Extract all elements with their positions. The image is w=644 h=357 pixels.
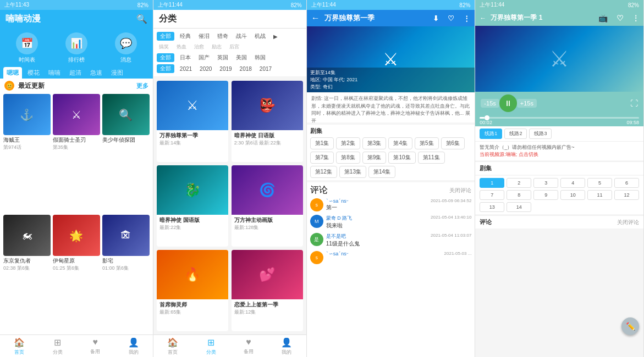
filter-2020[interactable]: 2020 (197, 65, 214, 72)
filter-japan[interactable]: 日本 (178, 53, 193, 62)
list-item[interactable]: 🔍 美少年侦探团 (102, 94, 150, 213)
ep-btn-p4-14[interactable]: 14 (507, 202, 531, 212)
ep-btn-p4-7[interactable]: 7 (480, 190, 504, 200)
ep-btn-p4-6[interactable]: 6 (614, 178, 639, 188)
forward-btn[interactable]: +15s (517, 99, 537, 108)
back-icon-p3[interactable]: ← (311, 13, 320, 23)
tab-yinghua[interactable]: 樱花 (24, 67, 43, 79)
episode-btn-7[interactable]: 第7集 (310, 152, 334, 164)
episode-btn-2[interactable]: 第2集 (336, 137, 360, 149)
source-tab-2[interactable]: 线路2 (504, 129, 527, 139)
fav-icon-p4[interactable]: ♡ (617, 14, 624, 23)
ep-btn-p4-3[interactable]: 3 (533, 178, 558, 188)
episode-btn-11[interactable]: 第11集 (418, 152, 445, 164)
back-icon-p4[interactable]: ← (480, 14, 486, 22)
close-comments-p4[interactable]: 关闭评论 (617, 219, 639, 226)
filter-mecha[interactable]: 机战 (252, 32, 268, 41)
ep-btn-p4-1[interactable]: 1 (480, 178, 504, 188)
nav-home-p2[interactable]: 🏠 首页 (167, 337, 178, 356)
list-item[interactable]: 🔥 首席御灵师 最新:65集 (157, 250, 228, 331)
message-icon-item[interactable]: 💬 消息 (115, 32, 137, 64)
nav-cat-p2[interactable]: ⊞ 分类 (206, 337, 216, 356)
notice-link[interactable]: 当前视频源:喃喃; 点击切换 (480, 151, 639, 158)
list-item[interactable]: 🌟 伊甸星原 01:25 第6集 (53, 215, 100, 333)
tab-jisu[interactable]: 急速 (87, 67, 106, 79)
ep-btn-p4-12[interactable]: 12 (614, 190, 639, 200)
filter-classic[interactable]: 经典 (178, 32, 193, 41)
list-item[interactable]: ⚔ 假面骑士圣刃 第35集 (53, 94, 100, 213)
filter-china[interactable]: 国产 (196, 53, 212, 62)
list-item[interactable]: ⚔ 万界独尊第一季 最新:14集 (157, 81, 228, 162)
favorite-icon-p3[interactable]: ♡ (448, 14, 454, 23)
fullscreen-icon[interactable]: ⛶ (630, 99, 638, 108)
filter-comedy[interactable]: 搞笑 (157, 43, 171, 51)
ranking-icon-item[interactable]: 📊 排行榜 (65, 32, 87, 64)
nav-mine-p1[interactable]: 👤 我的 (128, 337, 139, 356)
play-pause-btn[interactable]: ⏸ (499, 94, 517, 112)
nav-category-p1[interactable]: ⊞ 分类 (53, 337, 63, 356)
nav-backup-p2[interactable]: ♥ 备用 (244, 337, 254, 356)
fab-edit[interactable]: ✏️ (621, 317, 639, 335)
episode-btn-10[interactable]: 第10集 (388, 152, 415, 164)
filter-more-genre[interactable]: ▶ (271, 33, 280, 40)
episode-btn-5[interactable]: 第5集 (415, 137, 439, 149)
ep-btn-p4-11[interactable]: 11 (587, 190, 612, 200)
filter-2017[interactable]: 2017 (257, 65, 274, 72)
ep-btn-p4-5[interactable]: 5 (587, 178, 612, 188)
episode-btn-4[interactable]: 第4集 (388, 137, 412, 149)
video-area[interactable]: ⚔ (475, 26, 643, 92)
timetable-icon-item[interactable]: 📅 时间表 (16, 32, 38, 64)
ep-btn-p4-10[interactable]: 10 (560, 190, 585, 200)
ep-btn-p4-9[interactable]: 9 (533, 190, 558, 200)
download-icon-p3[interactable]: ⬇ (433, 14, 439, 23)
episode-btn-14[interactable]: 第14集 (368, 166, 395, 178)
search-icon[interactable]: 🔍 (136, 14, 147, 24)
list-item[interactable]: 🏍 东京复仇者 02:38 第6集 (3, 215, 51, 333)
filter-korea[interactable]: 韩国 (252, 53, 268, 62)
list-item[interactable]: ⚓ 海贼王 第974话 (3, 94, 51, 213)
progress-bar[interactable] (480, 117, 639, 119)
more-link[interactable]: 更多 (136, 82, 148, 90)
tab-enen[interactable]: 嗯嗯 (3, 67, 22, 79)
episode-btn-12[interactable]: 第12集 (310, 166, 337, 178)
episode-btn-1[interactable]: 第1集 (310, 137, 334, 149)
source-tab-1[interactable]: 线路1 (480, 129, 502, 139)
ep-btn-p4-8[interactable]: 8 (507, 190, 531, 200)
list-item[interactable]: 👺 暗界神使 日语版 2:30 第6话 最新:22集 (232, 81, 303, 162)
filter-battle[interactable]: 战斗 (234, 32, 249, 41)
list-item[interactable]: 🏚 影宅 01:00 第6集 (102, 215, 150, 333)
filter-2018[interactable]: 2018 (238, 65, 254, 72)
episode-btn-8[interactable]: 第8集 (336, 152, 360, 164)
list-item[interactable]: 💕 恋爱上上签第一季 最新:12集 (232, 250, 303, 331)
episode-btn-3[interactable]: 第3集 (362, 137, 387, 149)
filter-tear[interactable]: 催泪 (196, 32, 212, 41)
rewind-btn[interactable]: -15s (481, 99, 499, 108)
list-item[interactable]: 🐉 暗界神使 国语版 最新:22集 (157, 165, 228, 247)
filter-uk[interactable]: 英国 (215, 53, 230, 62)
episode-btn-9[interactable]: 第9集 (362, 152, 387, 164)
filter-us[interactable]: 美国 (234, 53, 249, 62)
more-icon-p4[interactable]: ⋮ (632, 14, 639, 22)
filter-inspire[interactable]: 励志 (210, 43, 224, 51)
filter-all-year[interactable]: 全部 (157, 64, 174, 73)
filter-all-region[interactable]: 全部 (157, 53, 174, 62)
tab-nannan[interactable]: 喃喃 (45, 67, 64, 79)
nav-backup-p1[interactable]: ♥ 备用 (90, 337, 100, 356)
source-tab-3[interactable]: 线路3 (529, 129, 552, 139)
tv-icon-p4[interactable]: 📺 (598, 14, 608, 23)
episode-btn-13[interactable]: 第13集 (339, 166, 366, 178)
ep-btn-p4-4[interactable]: 4 (560, 178, 585, 188)
close-comments-p3[interactable]: 关闭评论 (449, 187, 471, 194)
tab-chaoqing[interactable]: 超清 (66, 67, 85, 79)
nav-home-p1[interactable]: 🏠 首页 (14, 337, 25, 356)
list-item[interactable]: 🌀 万方神主动画版 最新:128集 (232, 165, 303, 247)
filter-all-genre[interactable]: 全部 (157, 32, 174, 41)
episode-btn-6[interactable]: 第6集 (441, 137, 465, 149)
filter-2021[interactable]: 2021 (178, 65, 194, 72)
tab-mantu[interactable]: 漫图 (108, 67, 126, 79)
filter-strange[interactable]: 猎奇 (215, 32, 230, 41)
nav-mine-p2[interactable]: 👤 我的 (281, 337, 292, 356)
filter-2019[interactable]: 2019 (217, 65, 234, 72)
filter-heal[interactable]: 治愈 (192, 43, 206, 51)
ep-btn-p4-13[interactable]: 13 (480, 202, 504, 212)
